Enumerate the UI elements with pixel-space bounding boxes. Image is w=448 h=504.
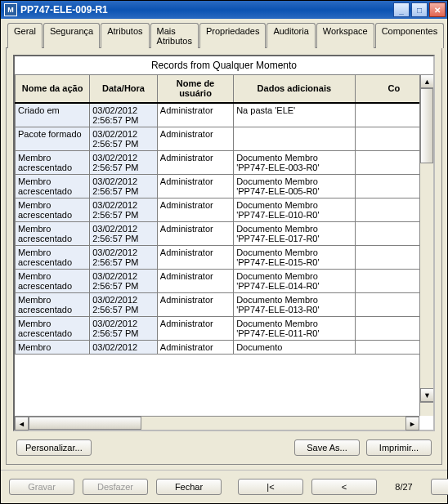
table-row[interactable]: Membro acrescentado03/02/2012 2:56:57 PM… — [16, 221, 433, 245]
table-cell: Membro acrescentado — [16, 316, 90, 340]
table-scroll: Nome da açãoData/HoraNome de usuárioDado… — [15, 74, 433, 416]
vscroll-thumb[interactable] — [420, 88, 433, 163]
table-cell: Documento Membro 'PP747-ELE-014-R0' — [234, 269, 355, 292]
table-cell: Membro acrescentado — [16, 150, 90, 174]
close-button[interactable]: ✕ — [429, 2, 446, 17]
table-cell: 03/02/2012 2:56:57 PM — [90, 221, 158, 245]
tab-atributos[interactable]: Atributos — [101, 23, 149, 48]
table-cell: Administrator — [157, 340, 233, 354]
table-cell: 03/02/2012 2:56:57 PM — [90, 150, 158, 174]
window-body: GeralSegurançaAtributosMais AtributosPro… — [1, 19, 447, 470]
table-cell: Administrator — [157, 198, 233, 221]
column-header[interactable]: Nome de usuário — [157, 75, 233, 103]
nav-next-button[interactable]: > — [431, 479, 448, 495]
table-cell: Membro acrescentado — [16, 221, 90, 245]
table-body: Criado em03/02/2012 2:56:57 PMAdministra… — [16, 103, 433, 355]
vertical-scrollbar[interactable]: ▲ ▼ — [419, 74, 433, 402]
tab-strip: GeralSegurançaAtributosMais AtributosPro… — [6, 22, 442, 48]
nav-prev-button[interactable]: < — [311, 479, 377, 495]
hscroll-thumb[interactable] — [29, 417, 141, 430]
footer: Gravar Desfazer Fechar |< < 8/27 > >| — [1, 470, 447, 503]
table-cell: Administrator — [157, 127, 233, 150]
table-row[interactable]: Criado em03/02/2012 2:56:57 PMAdministra… — [16, 103, 433, 127]
table-cell: Na pasta 'ELE' — [234, 103, 355, 127]
table-cell: 03/02/2012 2:56:57 PM — [90, 269, 158, 292]
nav-first-button[interactable]: |< — [238, 479, 303, 495]
hscroll-track[interactable] — [29, 417, 405, 430]
table-cell: Administrator — [157, 316, 233, 340]
table-header-row: Nome da açãoData/HoraNome de usuárioDado… — [16, 75, 433, 103]
panel-button-row: Personalizar... Save As... Imprimir... — [13, 431, 435, 457]
window-title: PP747-ELE-009-R1 — [20, 4, 393, 16]
table-cell: 03/02/2012 2:56:57 PM — [90, 198, 158, 221]
table-cell: Membro acrescentado — [16, 245, 90, 269]
table-cell: 03/02/2012 2:56:57 PM — [90, 127, 158, 150]
table-cell: Membro acrescentado — [16, 174, 90, 198]
scroll-left-icon[interactable]: ◄ — [15, 417, 29, 430]
table-cell — [234, 127, 355, 150]
personalize-button[interactable]: Personalizar... — [16, 439, 92, 456]
table-cell: Documento Membro 'PP747-ELE-015-R0' — [234, 245, 355, 269]
table-row[interactable]: Membro acrescentado03/02/2012 2:56:57 PM… — [16, 316, 433, 340]
tab-auditoria[interactable]: Auditoria — [267, 23, 315, 48]
maximize-button[interactable]: □ — [411, 2, 428, 17]
undo-button: Desfazer — [83, 479, 148, 495]
tab-segurança[interactable]: Segurança — [43, 23, 100, 48]
table-cell: Documento — [234, 340, 355, 354]
save-button: Gravar — [9, 479, 74, 495]
tab-componentes[interactable]: Componentes — [375, 23, 445, 48]
column-header[interactable]: Data/Hora — [90, 75, 158, 103]
table-cell: Administrator — [157, 292, 233, 316]
table-cell: 03/02/2012 2:56:57 PM — [90, 245, 158, 269]
scroll-up-icon[interactable]: ▲ — [420, 74, 433, 88]
table-row[interactable]: Pacote formado03/02/2012 2:56:57 PMAdmin… — [16, 127, 433, 150]
table-cell: Membro acrescentado — [16, 292, 90, 316]
audit-table: Nome da açãoData/HoraNome de usuárioDado… — [15, 74, 433, 355]
app-icon: M — [4, 3, 17, 16]
table-cell: Membro — [16, 340, 90, 354]
table-cell: 03/02/2012 — [90, 340, 158, 354]
table-cell: Administrator — [157, 150, 233, 174]
tab-panel-auditoria: Records from Qualquer Momento Nome da aç… — [6, 48, 442, 465]
table-cell: 03/02/2012 2:56:57 PM — [90, 103, 158, 127]
table-row[interactable]: Membro acrescentado03/02/2012 2:56:57 PM… — [16, 198, 433, 221]
table-cell: Documento Membro 'PP747-ELE-005-R0' — [234, 174, 355, 198]
table-cell: Administrator — [157, 245, 233, 269]
scroll-down-icon[interactable]: ▼ — [420, 388, 433, 402]
table-cell: Criado em — [16, 103, 90, 127]
table-caption: Records from Qualquer Momento — [15, 56, 433, 74]
table-cell: Documento Membro 'PP747-ELE-010-R0' — [234, 198, 355, 221]
table-cell: Documento Membro 'PP747-ELE-003-R0' — [234, 150, 355, 174]
column-header[interactable]: Nome da ação — [16, 75, 90, 103]
tab-mais-atributos[interactable]: Mais Atributos — [150, 23, 199, 48]
tab-geral[interactable]: Geral — [7, 23, 43, 48]
window-buttons: _ □ ✕ — [393, 2, 446, 17]
page-indicator: 8/27 — [385, 482, 423, 492]
table-cell: 03/02/2012 2:56:57 PM — [90, 174, 158, 198]
table-cell: 03/02/2012 2:56:57 PM — [90, 316, 158, 340]
tab-propriedades[interactable]: Propriedades — [199, 23, 266, 48]
table-row[interactable]: Membro acrescentado03/02/2012 2:56:57 PM… — [16, 150, 433, 174]
minimize-button[interactable]: _ — [393, 2, 410, 17]
vscroll-track[interactable] — [420, 88, 433, 388]
print-button[interactable]: Imprimir... — [366, 439, 432, 456]
table-row[interactable]: Membro acrescentado03/02/2012 2:56:57 PM… — [16, 269, 433, 292]
window: M PP747-ELE-009-R1 _ □ ✕ GeralSegurançaA… — [0, 0, 448, 504]
titlebar: M PP747-ELE-009-R1 _ □ ✕ — [1, 1, 447, 19]
table-cell: Administrator — [157, 221, 233, 245]
table-row[interactable]: Membro acrescentado03/02/2012 2:56:57 PM… — [16, 245, 433, 269]
scroll-right-icon[interactable]: ► — [405, 417, 419, 430]
table-row[interactable]: Membro acrescentado03/02/2012 2:56:57 PM… — [16, 292, 433, 316]
table-cell: Documento Membro 'PP747-ELE-013-R0' — [234, 292, 355, 316]
audit-table-area: Records from Qualquer Momento Nome da aç… — [13, 55, 435, 431]
tab-workspace[interactable]: Workspace — [316, 23, 374, 48]
table-cell: Pacote formado — [16, 127, 90, 150]
horizontal-scrollbar[interactable]: ◄ ► — [15, 416, 419, 430]
column-header[interactable]: Dados adicionais — [234, 75, 355, 103]
table-row[interactable]: Membro acrescentado03/02/2012 2:56:57 PM… — [16, 174, 433, 198]
close-dialog-button[interactable]: Fechar — [156, 479, 222, 495]
table-cell: Membro acrescentado — [16, 198, 90, 221]
save-as-button[interactable]: Save As... — [294, 439, 360, 456]
scroll-corner — [419, 402, 433, 416]
table-row[interactable]: Membro03/02/2012AdministratorDocumento — [16, 340, 433, 354]
